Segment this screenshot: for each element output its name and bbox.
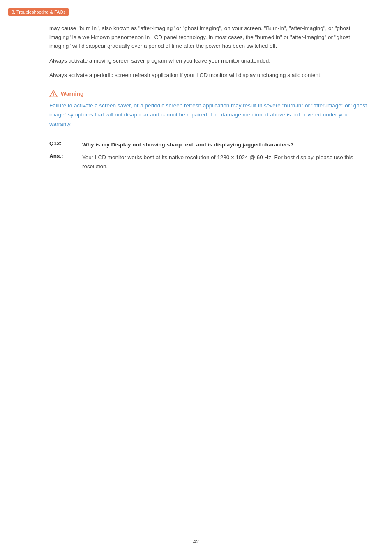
svg-point-1 bbox=[53, 95, 54, 96]
question-label: Q12: bbox=[49, 140, 82, 146]
page-number: 42 bbox=[193, 538, 199, 545]
warning-label: Warning bbox=[61, 91, 83, 97]
section-header: 8. Troubleshooting & FAQs bbox=[8, 8, 69, 16]
qa-question-row: Q12: Why is my Display not showing sharp… bbox=[49, 140, 367, 149]
question-text: Why is my Display not showing sharp text… bbox=[82, 140, 367, 149]
body-paragraph-1: may cause "burn in", also known as "afte… bbox=[49, 24, 367, 51]
warning-text: Failure to activate a screen saver, or a… bbox=[49, 101, 367, 129]
body-paragraph-2: Always activate a moving screen saver pr… bbox=[49, 56, 367, 65]
warning-block: Warning Failure to activate a screen sav… bbox=[49, 90, 367, 129]
answer-text: Your LCD monitor works best at its nativ… bbox=[82, 153, 367, 171]
body-paragraph-3: Always activate a periodic screen refres… bbox=[49, 71, 367, 80]
answer-label: Ans.: bbox=[49, 153, 82, 159]
warning-title-row: Warning bbox=[49, 90, 367, 98]
warning-triangle-icon bbox=[49, 90, 58, 98]
content-area: may cause "burn in", also known as "afte… bbox=[0, 24, 392, 171]
page-container: 8. Troubleshooting & FAQs may cause "bur… bbox=[0, 0, 392, 557]
qa-block: Q12: Why is my Display not showing sharp… bbox=[49, 140, 367, 171]
qa-answer-row: Ans.: Your LCD monitor works best at its… bbox=[49, 153, 367, 171]
